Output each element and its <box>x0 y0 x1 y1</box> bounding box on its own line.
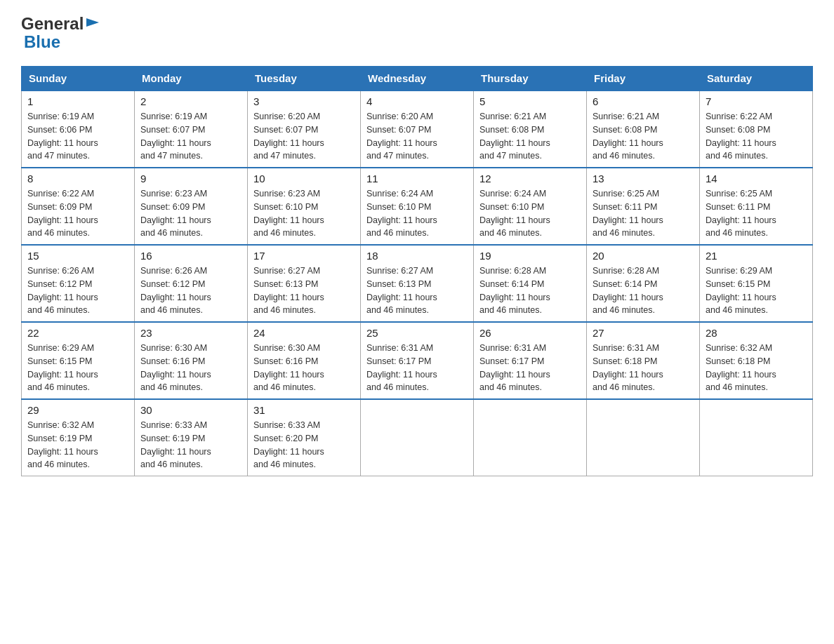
calendar-cell: 29Sunrise: 6:32 AMSunset: 6:19 PMDayligh… <box>22 399 135 476</box>
day-of-week-header: Wednesday <box>361 67 474 91</box>
day-number: 18 <box>366 250 468 262</box>
day-detail: Sunrise: 6:22 AMSunset: 6:08 PMDaylight:… <box>706 110 807 163</box>
calendar-cell: 4Sunrise: 6:20 AMSunset: 6:07 PMDaylight… <box>361 90 474 168</box>
logo-blue-text: Blue <box>24 32 60 52</box>
day-number: 27 <box>593 327 694 339</box>
day-number: 3 <box>253 95 355 107</box>
day-detail: Sunrise: 6:23 AMSunset: 6:10 PMDaylight:… <box>253 187 355 240</box>
day-detail: Sunrise: 6:26 AMSunset: 6:12 PMDaylight:… <box>140 264 241 317</box>
day-number: 5 <box>479 95 581 107</box>
calendar-cell: 2Sunrise: 6:19 AMSunset: 6:07 PMDaylight… <box>135 90 248 168</box>
day-detail: Sunrise: 6:23 AMSunset: 6:09 PMDaylight:… <box>140 187 241 240</box>
day-detail: Sunrise: 6:24 AMSunset: 6:10 PMDaylight:… <box>366 187 468 240</box>
day-number: 22 <box>27 327 128 339</box>
day-number: 29 <box>27 404 128 416</box>
logo-flag-icon <box>85 17 100 32</box>
calendar-cell: 21Sunrise: 6:29 AMSunset: 6:15 PMDayligh… <box>700 245 813 322</box>
day-number: 4 <box>366 95 468 107</box>
day-number: 1 <box>27 95 128 107</box>
calendar-cell: 8Sunrise: 6:22 AMSunset: 6:09 PMDaylight… <box>22 168 135 245</box>
calendar-cell: 27Sunrise: 6:31 AMSunset: 6:18 PMDayligh… <box>587 322 700 399</box>
calendar-week-row: 8Sunrise: 6:22 AMSunset: 6:09 PMDaylight… <box>22 168 813 245</box>
calendar-cell <box>700 399 813 476</box>
day-number: 30 <box>140 404 241 416</box>
day-of-week-header: Sunday <box>22 67 135 91</box>
calendar-header-row: SundayMondayTuesdayWednesdayThursdayFrid… <box>22 67 813 91</box>
calendar-table: SundayMondayTuesdayWednesdayThursdayFrid… <box>21 66 813 476</box>
day-number: 11 <box>366 173 468 185</box>
day-detail: Sunrise: 6:31 AMSunset: 6:17 PMDaylight:… <box>479 342 581 394</box>
calendar-cell: 18Sunrise: 6:27 AMSunset: 6:13 PMDayligh… <box>361 245 474 322</box>
day-number: 28 <box>706 327 807 339</box>
day-detail: Sunrise: 6:19 AMSunset: 6:07 PMDaylight:… <box>140 110 241 163</box>
day-number: 21 <box>706 250 807 262</box>
day-detail: Sunrise: 6:31 AMSunset: 6:17 PMDaylight:… <box>366 342 468 394</box>
day-number: 9 <box>140 173 241 185</box>
calendar-cell: 15Sunrise: 6:26 AMSunset: 6:12 PMDayligh… <box>22 245 135 322</box>
calendar-cell: 11Sunrise: 6:24 AMSunset: 6:10 PMDayligh… <box>361 168 474 245</box>
day-number: 24 <box>253 327 355 339</box>
day-number: 23 <box>140 327 241 339</box>
calendar-cell: 22Sunrise: 6:29 AMSunset: 6:15 PMDayligh… <box>22 322 135 399</box>
day-detail: Sunrise: 6:19 AMSunset: 6:06 PMDaylight:… <box>27 110 128 163</box>
day-number: 7 <box>706 95 807 107</box>
day-number: 12 <box>479 173 581 185</box>
calendar-cell: 16Sunrise: 6:26 AMSunset: 6:12 PMDayligh… <box>135 245 248 322</box>
calendar-cell: 23Sunrise: 6:30 AMSunset: 6:16 PMDayligh… <box>135 322 248 399</box>
day-detail: Sunrise: 6:29 AMSunset: 6:15 PMDaylight:… <box>27 342 128 394</box>
day-of-week-header: Thursday <box>474 67 587 91</box>
day-detail: Sunrise: 6:22 AMSunset: 6:09 PMDaylight:… <box>27 187 128 240</box>
calendar-cell <box>587 399 700 476</box>
calendar-cell: 12Sunrise: 6:24 AMSunset: 6:10 PMDayligh… <box>474 168 587 245</box>
calendar-week-row: 15Sunrise: 6:26 AMSunset: 6:12 PMDayligh… <box>22 245 813 322</box>
calendar-cell: 20Sunrise: 6:28 AMSunset: 6:14 PMDayligh… <box>587 245 700 322</box>
calendar-cell: 9Sunrise: 6:23 AMSunset: 6:09 PMDaylight… <box>135 168 248 245</box>
day-of-week-header: Friday <box>587 67 700 91</box>
day-number: 17 <box>253 250 355 262</box>
day-number: 2 <box>140 95 241 107</box>
day-detail: Sunrise: 6:26 AMSunset: 6:12 PMDaylight:… <box>27 264 128 317</box>
calendar-cell: 25Sunrise: 6:31 AMSunset: 6:17 PMDayligh… <box>361 322 474 399</box>
svg-marker-0 <box>86 18 99 27</box>
day-number: 16 <box>140 250 241 262</box>
calendar-cell: 3Sunrise: 6:20 AMSunset: 6:07 PMDaylight… <box>248 90 361 168</box>
day-detail: Sunrise: 6:32 AMSunset: 6:19 PMDaylight:… <box>27 419 128 471</box>
calendar-cell: 19Sunrise: 6:28 AMSunset: 6:14 PMDayligh… <box>474 245 587 322</box>
calendar-cell: 10Sunrise: 6:23 AMSunset: 6:10 PMDayligh… <box>248 168 361 245</box>
day-detail: Sunrise: 6:28 AMSunset: 6:14 PMDaylight:… <box>593 264 694 317</box>
day-detail: Sunrise: 6:28 AMSunset: 6:14 PMDaylight:… <box>479 264 581 317</box>
day-number: 31 <box>253 404 355 416</box>
calendar-cell: 6Sunrise: 6:21 AMSunset: 6:08 PMDaylight… <box>587 90 700 168</box>
day-detail: Sunrise: 6:21 AMSunset: 6:08 PMDaylight:… <box>593 110 694 163</box>
logo: General Blue <box>21 14 100 52</box>
calendar-cell: 7Sunrise: 6:22 AMSunset: 6:08 PMDaylight… <box>700 90 813 168</box>
calendar-week-row: 1Sunrise: 6:19 AMSunset: 6:06 PMDaylight… <box>22 90 813 168</box>
day-detail: Sunrise: 6:29 AMSunset: 6:15 PMDaylight:… <box>706 264 807 317</box>
day-detail: Sunrise: 6:20 AMSunset: 6:07 PMDaylight:… <box>366 110 468 163</box>
day-number: 26 <box>479 327 581 339</box>
calendar-cell <box>474 399 587 476</box>
calendar-cell: 14Sunrise: 6:25 AMSunset: 6:11 PMDayligh… <box>700 168 813 245</box>
calendar-cell: 13Sunrise: 6:25 AMSunset: 6:11 PMDayligh… <box>587 168 700 245</box>
day-detail: Sunrise: 6:30 AMSunset: 6:16 PMDaylight:… <box>253 342 355 394</box>
day-number: 8 <box>27 173 128 185</box>
day-number: 15 <box>27 250 128 262</box>
day-of-week-header: Monday <box>135 67 248 91</box>
page-header: General Blue <box>21 14 813 52</box>
day-number: 13 <box>593 173 694 185</box>
day-number: 6 <box>593 95 694 107</box>
day-detail: Sunrise: 6:27 AMSunset: 6:13 PMDaylight:… <box>366 264 468 317</box>
day-detail: Sunrise: 6:25 AMSunset: 6:11 PMDaylight:… <box>593 187 694 240</box>
calendar-cell: 28Sunrise: 6:32 AMSunset: 6:18 PMDayligh… <box>700 322 813 399</box>
logo-general-text: General <box>21 14 84 34</box>
day-number: 10 <box>253 173 355 185</box>
calendar-cell: 30Sunrise: 6:33 AMSunset: 6:19 PMDayligh… <box>135 399 248 476</box>
day-of-week-header: Saturday <box>700 67 813 91</box>
day-detail: Sunrise: 6:32 AMSunset: 6:18 PMDaylight:… <box>706 342 807 394</box>
calendar-cell: 5Sunrise: 6:21 AMSunset: 6:08 PMDaylight… <box>474 90 587 168</box>
day-number: 14 <box>706 173 807 185</box>
calendar-cell: 17Sunrise: 6:27 AMSunset: 6:13 PMDayligh… <box>248 245 361 322</box>
calendar-cell: 24Sunrise: 6:30 AMSunset: 6:16 PMDayligh… <box>248 322 361 399</box>
calendar-cell: 31Sunrise: 6:33 AMSunset: 6:20 PMDayligh… <box>248 399 361 476</box>
day-detail: Sunrise: 6:31 AMSunset: 6:18 PMDaylight:… <box>593 342 694 394</box>
